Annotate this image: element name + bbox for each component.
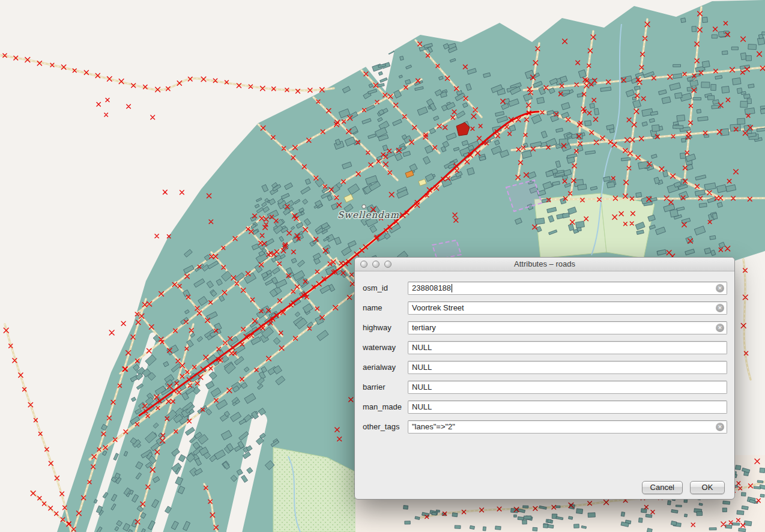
aerialway-value: NULL bbox=[412, 363, 432, 372]
man-made-value: NULL bbox=[412, 402, 432, 411]
field-label-waterway: waterway bbox=[363, 343, 408, 352]
waterway-value: NULL bbox=[412, 343, 432, 352]
field-row-barrier: barrier NULL ✕ bbox=[363, 377, 727, 397]
waterway-input[interactable]: NULL ✕ bbox=[408, 341, 727, 354]
dialog-title: Attributes – roads bbox=[514, 259, 575, 268]
field-label-other-tags: other_tags bbox=[363, 422, 408, 431]
field-row-waterway: waterway NULL ✕ bbox=[363, 337, 727, 357]
name-value: Voortrek Street bbox=[412, 303, 464, 312]
field-label-aerialway: aerialway bbox=[363, 363, 408, 372]
aerialway-input[interactable]: NULL ✕ bbox=[408, 361, 727, 374]
text-caret bbox=[452, 284, 452, 292]
field-label-osm-id: osm_id bbox=[363, 283, 408, 292]
attributes-dialog: Attributes – roads osm_id 238808188 ✕ na… bbox=[354, 257, 735, 500]
man-made-input[interactable]: NULL ✕ bbox=[408, 401, 727, 414]
field-row-aerialway: aerialway NULL ✕ bbox=[363, 357, 727, 377]
other-tags-value: "lanes"=>"2" bbox=[412, 422, 455, 431]
dialog-titlebar[interactable]: Attributes – roads bbox=[355, 258, 734, 271]
clear-icon[interactable]: ✕ bbox=[716, 324, 724, 332]
field-label-name: name bbox=[363, 303, 408, 312]
field-label-barrier: barrier bbox=[363, 382, 408, 391]
highway-value: tertiary bbox=[412, 323, 436, 332]
clear-icon[interactable]: ✕ bbox=[716, 423, 724, 431]
attributes-form: osm_id 238808188 ✕ name Voortrek Street … bbox=[355, 271, 734, 437]
name-input[interactable]: Voortrek Street ✕ bbox=[408, 301, 727, 315]
field-row-man-made: man_made NULL ✕ bbox=[363, 397, 727, 417]
place-label: Swellendam bbox=[337, 210, 399, 220]
minimize-button[interactable] bbox=[372, 261, 379, 268]
place-marker-icon bbox=[362, 205, 366, 208]
field-row-other-tags: other_tags "lanes"=>"2" ✕ bbox=[363, 417, 727, 437]
clear-icon[interactable]: ✕ bbox=[716, 304, 724, 312]
clear-icon[interactable]: ✕ bbox=[716, 284, 724, 292]
osm-id-value: 238808188 bbox=[412, 283, 451, 292]
barrier-value: NULL bbox=[412, 382, 432, 391]
field-row-name: name Voortrek Street ✕ bbox=[363, 298, 727, 318]
field-row-osm-id: osm_id 238808188 ✕ bbox=[363, 278, 727, 298]
field-label-man-made: man_made bbox=[363, 402, 408, 411]
cancel-button[interactable]: Cancel bbox=[642, 481, 683, 494]
field-row-highway: highway tertiary ✕ bbox=[363, 318, 727, 337]
field-label-highway: highway bbox=[363, 323, 408, 332]
barrier-input[interactable]: NULL ✕ bbox=[408, 381, 727, 394]
osm-id-input[interactable]: 238808188 ✕ bbox=[408, 282, 727, 295]
other-tags-input[interactable]: "lanes"=>"2" ✕ bbox=[408, 420, 727, 434]
dialog-buttons: Cancel OK bbox=[642, 481, 725, 494]
ok-button[interactable]: OK bbox=[690, 481, 725, 494]
screen: Swellendam Attributes – roads osm_id 238… bbox=[0, 0, 765, 532]
highway-input[interactable]: tertiary ✕ bbox=[408, 321, 727, 334]
close-button[interactable] bbox=[360, 261, 367, 268]
zoom-button[interactable] bbox=[384, 261, 392, 268]
